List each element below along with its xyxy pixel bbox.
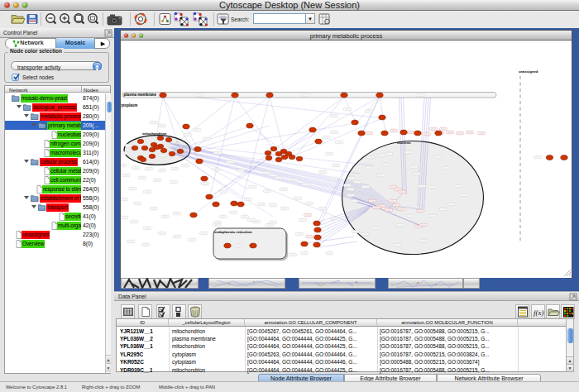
svg-text:plasma membrane: plasma membrane: [124, 93, 157, 97]
svg-text:f(x): f(x): [534, 308, 544, 317]
svg-text:cytoplasm: cytoplasm: [121, 103, 137, 108]
svg-text:mitochondrion: mitochondrion: [142, 131, 167, 136]
svg-text:nucleus: nucleus: [397, 141, 411, 145]
svg-text:endoplasmic reticulum: endoplasmic reticulum: [214, 230, 252, 234]
svg-text:unassigned: unassigned: [519, 69, 538, 74]
